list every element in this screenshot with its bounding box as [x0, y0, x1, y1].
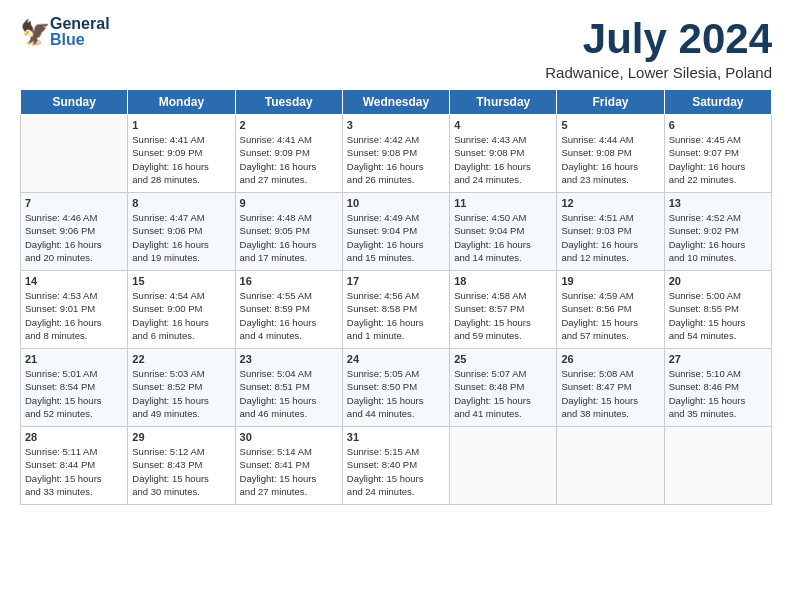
- day-info: Sunrise: 5:05 AM Sunset: 8:50 PM Dayligh…: [347, 367, 445, 420]
- day-number: 16: [240, 275, 338, 287]
- day-cell: 3Sunrise: 4:42 AM Sunset: 9:08 PM Daylig…: [342, 115, 449, 193]
- day-number: 27: [669, 353, 767, 365]
- day-number: 13: [669, 197, 767, 209]
- week-row-2: 14Sunrise: 4:53 AM Sunset: 9:01 PM Dayli…: [21, 271, 772, 349]
- day-info: Sunrise: 4:50 AM Sunset: 9:04 PM Dayligh…: [454, 211, 552, 264]
- logo-general: General: [50, 16, 110, 32]
- day-cell: 9Sunrise: 4:48 AM Sunset: 9:05 PM Daylig…: [235, 193, 342, 271]
- day-cell: 21Sunrise: 5:01 AM Sunset: 8:54 PM Dayli…: [21, 349, 128, 427]
- day-cell: 11Sunrise: 4:50 AM Sunset: 9:04 PM Dayli…: [450, 193, 557, 271]
- day-cell: 10Sunrise: 4:49 AM Sunset: 9:04 PM Dayli…: [342, 193, 449, 271]
- day-number: 28: [25, 431, 123, 443]
- day-info: Sunrise: 4:53 AM Sunset: 9:01 PM Dayligh…: [25, 289, 123, 342]
- day-cell: 1Sunrise: 4:41 AM Sunset: 9:09 PM Daylig…: [128, 115, 235, 193]
- day-cell: 17Sunrise: 4:56 AM Sunset: 8:58 PM Dayli…: [342, 271, 449, 349]
- svg-text:🦅: 🦅: [20, 18, 48, 46]
- day-number: 12: [561, 197, 659, 209]
- day-info: Sunrise: 4:45 AM Sunset: 9:07 PM Dayligh…: [669, 133, 767, 186]
- day-info: Sunrise: 4:46 AM Sunset: 9:06 PM Dayligh…: [25, 211, 123, 264]
- day-info: Sunrise: 4:55 AM Sunset: 8:59 PM Dayligh…: [240, 289, 338, 342]
- day-number: 22: [132, 353, 230, 365]
- day-cell: 18Sunrise: 4:58 AM Sunset: 8:57 PM Dayli…: [450, 271, 557, 349]
- day-cell: 31Sunrise: 5:15 AM Sunset: 8:40 PM Dayli…: [342, 427, 449, 505]
- day-info: Sunrise: 4:59 AM Sunset: 8:56 PM Dayligh…: [561, 289, 659, 342]
- month-title: July 2024: [545, 16, 772, 62]
- day-cell: 29Sunrise: 5:12 AM Sunset: 8:43 PM Dayli…: [128, 427, 235, 505]
- col-friday: Friday: [557, 90, 664, 115]
- day-number: 30: [240, 431, 338, 443]
- day-cell: 26Sunrise: 5:08 AM Sunset: 8:47 PM Dayli…: [557, 349, 664, 427]
- day-info: Sunrise: 5:01 AM Sunset: 8:54 PM Dayligh…: [25, 367, 123, 420]
- day-number: 5: [561, 119, 659, 131]
- day-number: 9: [240, 197, 338, 209]
- day-number: 14: [25, 275, 123, 287]
- day-info: Sunrise: 5:00 AM Sunset: 8:55 PM Dayligh…: [669, 289, 767, 342]
- day-number: 15: [132, 275, 230, 287]
- day-cell: 5Sunrise: 4:44 AM Sunset: 9:08 PM Daylig…: [557, 115, 664, 193]
- day-info: Sunrise: 5:15 AM Sunset: 8:40 PM Dayligh…: [347, 445, 445, 498]
- day-number: 2: [240, 119, 338, 131]
- day-cell: 20Sunrise: 5:00 AM Sunset: 8:55 PM Dayli…: [664, 271, 771, 349]
- day-cell: 8Sunrise: 4:47 AM Sunset: 9:06 PM Daylig…: [128, 193, 235, 271]
- title-block: July 2024 Radwanice, Lower Silesia, Pola…: [545, 16, 772, 81]
- day-number: 7: [25, 197, 123, 209]
- day-cell: [557, 427, 664, 505]
- day-number: 26: [561, 353, 659, 365]
- week-row-4: 28Sunrise: 5:11 AM Sunset: 8:44 PM Dayli…: [21, 427, 772, 505]
- logo: 🦅 General Blue: [20, 16, 110, 48]
- day-number: 19: [561, 275, 659, 287]
- day-info: Sunrise: 4:41 AM Sunset: 9:09 PM Dayligh…: [240, 133, 338, 186]
- logo-blue: Blue: [50, 32, 110, 48]
- day-number: 17: [347, 275, 445, 287]
- col-sunday: Sunday: [21, 90, 128, 115]
- day-info: Sunrise: 4:52 AM Sunset: 9:02 PM Dayligh…: [669, 211, 767, 264]
- logo-icon: 🦅: [20, 18, 48, 46]
- day-cell: 16Sunrise: 4:55 AM Sunset: 8:59 PM Dayli…: [235, 271, 342, 349]
- col-tuesday: Tuesday: [235, 90, 342, 115]
- day-cell: 28Sunrise: 5:11 AM Sunset: 8:44 PM Dayli…: [21, 427, 128, 505]
- day-info: Sunrise: 5:04 AM Sunset: 8:51 PM Dayligh…: [240, 367, 338, 420]
- day-cell: 2Sunrise: 4:41 AM Sunset: 9:09 PM Daylig…: [235, 115, 342, 193]
- day-cell: 4Sunrise: 4:43 AM Sunset: 9:08 PM Daylig…: [450, 115, 557, 193]
- col-wednesday: Wednesday: [342, 90, 449, 115]
- week-row-0: 1Sunrise: 4:41 AM Sunset: 9:09 PM Daylig…: [21, 115, 772, 193]
- day-info: Sunrise: 4:54 AM Sunset: 9:00 PM Dayligh…: [132, 289, 230, 342]
- day-info: Sunrise: 4:44 AM Sunset: 9:08 PM Dayligh…: [561, 133, 659, 186]
- day-cell: 13Sunrise: 4:52 AM Sunset: 9:02 PM Dayli…: [664, 193, 771, 271]
- day-number: 21: [25, 353, 123, 365]
- day-cell: 12Sunrise: 4:51 AM Sunset: 9:03 PM Dayli…: [557, 193, 664, 271]
- day-cell: [21, 115, 128, 193]
- header: 🦅 General Blue July 2024 Radwanice, Lowe…: [20, 16, 772, 81]
- day-info: Sunrise: 4:42 AM Sunset: 9:08 PM Dayligh…: [347, 133, 445, 186]
- day-info: Sunrise: 5:08 AM Sunset: 8:47 PM Dayligh…: [561, 367, 659, 420]
- day-number: 4: [454, 119, 552, 131]
- day-cell: 23Sunrise: 5:04 AM Sunset: 8:51 PM Dayli…: [235, 349, 342, 427]
- day-info: Sunrise: 5:11 AM Sunset: 8:44 PM Dayligh…: [25, 445, 123, 498]
- day-info: Sunrise: 5:07 AM Sunset: 8:48 PM Dayligh…: [454, 367, 552, 420]
- day-number: 24: [347, 353, 445, 365]
- calendar-header: Sunday Monday Tuesday Wednesday Thursday…: [21, 90, 772, 115]
- week-row-3: 21Sunrise: 5:01 AM Sunset: 8:54 PM Dayli…: [21, 349, 772, 427]
- day-info: Sunrise: 4:48 AM Sunset: 9:05 PM Dayligh…: [240, 211, 338, 264]
- day-info: Sunrise: 4:41 AM Sunset: 9:09 PM Dayligh…: [132, 133, 230, 186]
- day-cell: 27Sunrise: 5:10 AM Sunset: 8:46 PM Dayli…: [664, 349, 771, 427]
- calendar-table: Sunday Monday Tuesday Wednesday Thursday…: [20, 89, 772, 505]
- day-info: Sunrise: 4:56 AM Sunset: 8:58 PM Dayligh…: [347, 289, 445, 342]
- day-number: 11: [454, 197, 552, 209]
- day-info: Sunrise: 4:49 AM Sunset: 9:04 PM Dayligh…: [347, 211, 445, 264]
- day-info: Sunrise: 5:12 AM Sunset: 8:43 PM Dayligh…: [132, 445, 230, 498]
- day-info: Sunrise: 4:47 AM Sunset: 9:06 PM Dayligh…: [132, 211, 230, 264]
- day-number: 31: [347, 431, 445, 443]
- day-number: 3: [347, 119, 445, 131]
- logo-text-block: General Blue: [50, 16, 110, 48]
- day-number: 25: [454, 353, 552, 365]
- day-number: 10: [347, 197, 445, 209]
- col-thursday: Thursday: [450, 90, 557, 115]
- day-cell: 30Sunrise: 5:14 AM Sunset: 8:41 PM Dayli…: [235, 427, 342, 505]
- page: 🦅 General Blue July 2024 Radwanice, Lowe…: [0, 0, 792, 612]
- day-cell: 6Sunrise: 4:45 AM Sunset: 9:07 PM Daylig…: [664, 115, 771, 193]
- day-cell: 25Sunrise: 5:07 AM Sunset: 8:48 PM Dayli…: [450, 349, 557, 427]
- day-number: 8: [132, 197, 230, 209]
- week-row-1: 7Sunrise: 4:46 AM Sunset: 9:06 PM Daylig…: [21, 193, 772, 271]
- day-number: 18: [454, 275, 552, 287]
